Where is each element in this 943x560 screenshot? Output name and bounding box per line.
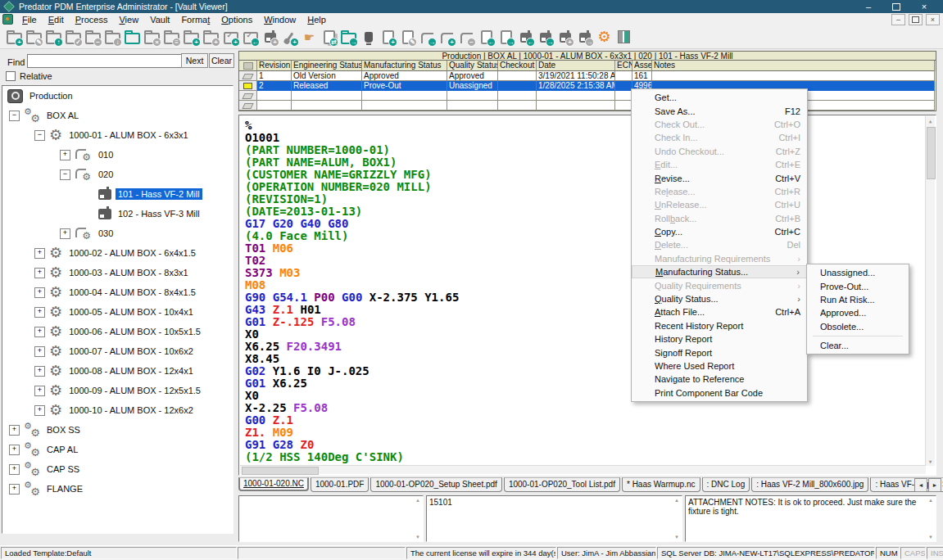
context-menu-item-get[interactable]: Get... bbox=[632, 91, 807, 104]
tree-item-1000-06-alum-box-10x5x1-5[interactable]: +⚙1000-06 - ALUM BOX - 10x5x1.5 bbox=[2, 322, 233, 341]
expand-toggle[interactable]: + bbox=[34, 327, 45, 337]
tab-1000-01-020-nc[interactable]: 1000-01-020.NC bbox=[238, 477, 309, 491]
cell-quality-status[interactable]: Approved bbox=[447, 71, 498, 81]
open-folder-icon[interactable] bbox=[123, 27, 142, 47]
signoff-icon[interactable] bbox=[359, 27, 378, 47]
expand-toggle[interactable]: + bbox=[34, 287, 45, 298]
cell-ecn[interactable] bbox=[615, 101, 632, 111]
cell-date[interactable] bbox=[537, 91, 615, 101]
context-menu-item-edit[interactable]: Edit...Ctrl+E bbox=[632, 158, 807, 171]
panel-scroll-up-icon[interactable]: ▲ bbox=[928, 498, 933, 503]
mdi-restore-button[interactable] bbox=[909, 14, 923, 25]
import-component-icon[interactable]: ↑ bbox=[44, 27, 63, 47]
reference-share-icon[interactable]: → bbox=[418, 27, 437, 47]
menu-view[interactable]: View bbox=[113, 14, 144, 25]
remove-component-icon[interactable]: − bbox=[84, 27, 102, 47]
collapse-toggle[interactable]: − bbox=[34, 130, 45, 141]
tree-item-1000-01-alum-box-6x3x1[interactable]: −⚙1000-01 - ALUM BOX - 6x3x1 bbox=[2, 125, 233, 145]
col-header-notes[interactable]: Notes bbox=[652, 61, 935, 71]
cell-manufacturing-status[interactable]: Approved bbox=[362, 71, 447, 81]
expand-toggle[interactable]: + bbox=[9, 484, 20, 495]
context-menu-item-manufacturing-requirements[interactable]: Manufacturing Requirements› bbox=[632, 252, 807, 265]
grid-row[interactable] bbox=[239, 91, 936, 101]
tab-1000-01-pdf[interactable]: 1000-01.PDF bbox=[311, 477, 369, 492]
expand-toggle[interactable]: + bbox=[34, 307, 45, 318]
reference-remove-icon[interactable]: − bbox=[457, 27, 476, 47]
submenu-item-run-at-risk[interactable]: Run At Risk... bbox=[807, 293, 909, 306]
find-next-button[interactable]: Next bbox=[181, 53, 208, 68]
cell-date[interactable]: 3/19/2021 11:50:28 AM bbox=[537, 71, 615, 81]
tree-item-production[interactable]: Production bbox=[2, 86, 233, 106]
col-header-engineering-status[interactable]: Engineering Status bbox=[292, 61, 362, 71]
maximize-button[interactable] bbox=[882, 0, 910, 13]
cell-engineering-status[interactable] bbox=[292, 91, 362, 101]
mdi-minimize-button[interactable]: – bbox=[891, 14, 905, 25]
expand-toggle[interactable]: + bbox=[34, 366, 45, 377]
asset-panel[interactable]: 15101 ▲ ▼ bbox=[426, 495, 682, 542]
machine-add-icon[interactable]: + bbox=[555, 27, 574, 47]
context-menu-item-rollback[interactable]: Rollback...Ctrl+B bbox=[632, 212, 807, 225]
tab-1000-01-op020-tool-list-pdf[interactable]: 1000-01-OP020_Tool List.pdf bbox=[504, 477, 620, 492]
col-header-ecn[interactable]: ECN bbox=[615, 61, 632, 71]
expand-toggle[interactable]: + bbox=[9, 464, 20, 475]
context-menu-item-copy[interactable]: Copy...Ctrl+C bbox=[632, 225, 807, 238]
context-menu-item-quality-status[interactable]: Quality Status...› bbox=[632, 292, 807, 305]
context-menu-item-signoff-report[interactable]: Signoff Report bbox=[632, 345, 807, 359]
relative-checkbox[interactable] bbox=[6, 71, 16, 81]
menu-help[interactable]: Help bbox=[301, 14, 332, 25]
cell-manufacturing-status[interactable] bbox=[362, 101, 447, 111]
tree-item-cap-ss[interactable]: +⚙⚙CAP SS bbox=[2, 459, 233, 479]
col-header-quality-status[interactable]: Quality Status bbox=[447, 61, 498, 71]
context-menu-item-revise[interactable]: Revise...Ctrl+V bbox=[632, 171, 807, 184]
horizontal-scroll-thumb[interactable] bbox=[242, 467, 319, 475]
menu-edit[interactable]: Edit bbox=[43, 14, 70, 25]
cell-revision[interactable] bbox=[257, 91, 292, 101]
menu-vault[interactable]: Vault bbox=[144, 14, 175, 25]
menu-options[interactable]: Options bbox=[215, 14, 258, 25]
tree-item-1000-07-alum-box-10x6x2[interactable]: +⚙1000-07 - ALUM BOX - 10x6x2 bbox=[2, 341, 233, 361]
panel-scroll-down-icon[interactable]: ▼ bbox=[674, 535, 679, 540]
context-menu-item-recent-history-report[interactable]: Recent History Report bbox=[632, 319, 807, 332]
share-folder-icon[interactable]: → bbox=[339, 27, 358, 47]
dnc-receive-icon[interactable]: ← bbox=[516, 27, 535, 47]
check-in-icon[interactable]: + bbox=[221, 27, 240, 47]
cell-date[interactable] bbox=[537, 101, 615, 111]
tree-item-1000-04-alum-box-8x4x1-5[interactable]: +⚙1000-04 - ALUM BOX - 8x4x1.5 bbox=[2, 282, 233, 302]
cell-revision[interactable]: 2 bbox=[257, 81, 292, 91]
undo-check-out-icon[interactable]: ← bbox=[241, 27, 260, 47]
close-button[interactable]: × bbox=[910, 0, 938, 13]
tab-dnc-log[interactable]: : DNC Log bbox=[702, 477, 750, 492]
cell-manufacturing-status[interactable] bbox=[362, 91, 447, 101]
col-header-date[interactable]: Date bbox=[537, 61, 615, 71]
horizontal-scrollbar[interactable] bbox=[240, 465, 926, 474]
tree-item-1000-08-alum-box-12x4x1[interactable]: +⚙1000-08 - ALUM BOX - 12x4x1 bbox=[2, 361, 233, 381]
collapse-toggle[interactable]: − bbox=[60, 169, 70, 180]
cell-manufacturing-status[interactable]: Prove-Out bbox=[362, 81, 447, 91]
context-menu-item-quality-requirements[interactable]: Quality Requirements› bbox=[632, 278, 807, 291]
col-header-manufacturing-status[interactable]: Manufacturing Status bbox=[362, 61, 447, 71]
panel-scroll-down-icon[interactable]: ▼ bbox=[415, 535, 420, 540]
check-out-icon[interactable]: + bbox=[182, 27, 201, 47]
tool-add-icon[interactable]: + bbox=[280, 27, 299, 47]
submenu-item-approved[interactable]: Approved... bbox=[807, 306, 909, 319]
panel-scroll-up-icon[interactable]: ▲ bbox=[415, 498, 420, 503]
tree-item-box-al[interactable]: −⚙⚙BOX AL bbox=[2, 106, 233, 125]
context-menu-item-release[interactable]: Release...Ctrl+R bbox=[632, 185, 807, 198]
export-component-icon[interactable]: ↓ bbox=[103, 27, 122, 47]
tree-item-flange[interactable]: +⚙⚙FLANGE bbox=[2, 479, 233, 499]
new-component-icon[interactable]: + bbox=[5, 27, 24, 47]
cell-date[interactable]: 1/28/2025 2:15:38 AM bbox=[537, 81, 615, 91]
mdi-close-button[interactable]: × bbox=[926, 14, 940, 25]
scroll-up-icon[interactable]: ▲ bbox=[926, 116, 935, 125]
document-export-icon[interactable]: → bbox=[496, 27, 515, 47]
expand-toggle[interactable]: + bbox=[9, 425, 20, 436]
tree-item-1000-02-alum-box-6x4x1-5[interactable]: +⚙1000-02 - ALUM BOX - 6x4x1.5 bbox=[2, 243, 233, 263]
grid-row[interactable] bbox=[239, 101, 936, 111]
reference-add-icon[interactable]: + bbox=[437, 27, 456, 47]
vertical-scroll-thumb[interactable] bbox=[927, 127, 936, 179]
expand-toggle[interactable]: + bbox=[60, 228, 70, 239]
submenu-item-obsolete[interactable]: Obsolete... bbox=[807, 320, 909, 333]
cell-checkout[interactable] bbox=[498, 91, 537, 101]
edit-component-icon[interactable]: ✎ bbox=[25, 27, 43, 47]
cell-engineering-status[interactable]: Old Version bbox=[292, 71, 362, 81]
